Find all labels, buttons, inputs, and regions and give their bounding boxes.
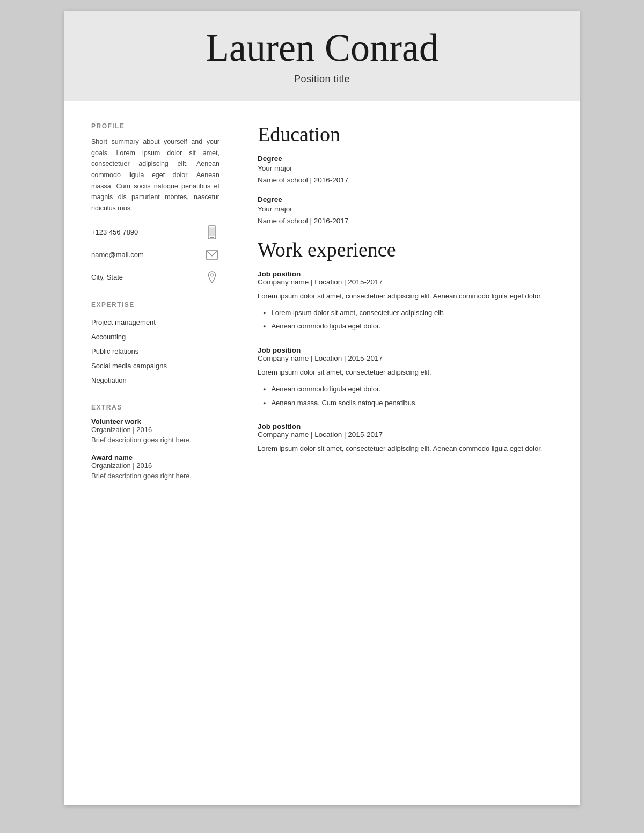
job-title: Job position <box>258 346 558 354</box>
resume-page: Lauren Conrad Position title PROFILE Sho… <box>64 11 580 805</box>
left-column: PROFILE Short summary about yourself and… <box>64 117 236 494</box>
candidate-name: Lauren Conrad <box>86 27 558 69</box>
extras-desc: Brief description goes right here. <box>91 436 219 444</box>
extras-section-title: EXTRAS <box>91 404 219 411</box>
extras-list: Volunteer work Organization | 2016 Brief… <box>91 418 219 480</box>
company-line: Company name | Location | 2015-2017 <box>258 354 558 362</box>
contact-phone: +123 456 7890 <box>91 225 219 240</box>
work-entry: Job position Company name | Location | 2… <box>258 346 558 408</box>
bullet-item: Aenean commodo ligula eget dolor. <box>263 383 558 394</box>
profile-text: Short summary about yourself and your go… <box>91 136 219 214</box>
job-title: Job position <box>258 270 558 278</box>
expertise-item: Project management <box>91 315 219 330</box>
education-entry: Degree Your major Name of school | 2016-… <box>258 155 558 186</box>
company-line: Company name | Location | 2015-2017 <box>258 430 558 439</box>
degree-title: Degree <box>258 155 558 163</box>
job-desc: Lorem ipsum dolor sit amet, consectetuer… <box>258 443 558 454</box>
bullet-item: Lorem ipsum dolor sit amet, consectetuer… <box>263 307 558 318</box>
school: Name of school | 2016-2017 <box>258 215 558 227</box>
resume-header: Lauren Conrad Position title <box>64 11 580 101</box>
degree-title: Degree <box>258 195 558 203</box>
extras-sub: Organization | 2016 <box>91 462 219 470</box>
extras-desc: Brief description goes right here. <box>91 472 219 480</box>
job-desc: Lorem ipsum dolor sit amet, consectetuer… <box>258 290 558 302</box>
education-entry: Degree Your major Name of school | 2016-… <box>258 195 558 226</box>
city-state: City, State <box>91 273 204 281</box>
school: Name of school | 2016-2017 <box>258 174 558 186</box>
bullet-list: Lorem ipsum dolor sit amet, consectetuer… <box>258 307 558 332</box>
extras-sub: Organization | 2016 <box>91 426 219 434</box>
bullet-item: Aenean commodo ligula eget dolor. <box>263 320 558 332</box>
job-desc: Lorem ipsum dolor sit amet, consectetuer… <box>258 367 558 378</box>
resume-body: PROFILE Short summary about yourself and… <box>64 101 580 510</box>
work-list: Job position Company name | Location | 2… <box>258 270 558 455</box>
expertise-item: Negotiation <box>91 373 219 388</box>
location-icon <box>204 270 219 285</box>
contact-email: name@mail.com <box>91 247 219 262</box>
expertise-list: Project managementAccountingPublic relat… <box>91 315 219 388</box>
bullet-item: Aenean massa. Cum sociis natoque penatib… <box>263 397 558 408</box>
work-entry: Job position Company name | Location | 2… <box>258 270 558 332</box>
right-column: Education Degree Your major Name of scho… <box>236 117 580 494</box>
job-title: Job position <box>258 422 558 430</box>
education-section-title: Education <box>258 122 558 146</box>
work-section-title: Work experience <box>258 238 558 261</box>
expertise-item: Public relations <box>91 344 219 359</box>
company-line: Company name | Location | 2015-2017 <box>258 278 558 286</box>
expertise-item: Accounting <box>91 330 219 344</box>
extras-title: Award name <box>91 454 219 462</box>
contact-location: City, State <box>91 270 219 285</box>
contact-list: +123 456 7890 name@mail.com <box>91 225 219 285</box>
major: Your major <box>258 163 558 174</box>
work-entry: Job position Company name | Location | 2… <box>258 422 558 454</box>
extras-entry: Volunteer work Organization | 2016 Brief… <box>91 418 219 444</box>
bullet-list: Aenean commodo ligula eget dolor.Aenean … <box>258 383 558 408</box>
education-list: Degree Your major Name of school | 2016-… <box>258 155 558 226</box>
phone-number: +123 456 7890 <box>91 228 204 236</box>
extras-entry: Award name Organization | 2016 Brief des… <box>91 454 219 480</box>
extras-title: Volunteer work <box>91 418 219 426</box>
phone-icon <box>204 225 219 240</box>
svg-rect-1 <box>210 237 214 238</box>
position-title: Position title <box>86 74 558 85</box>
work-section: Work experience Job position Company nam… <box>258 238 558 455</box>
svg-point-4 <box>211 274 214 276</box>
expertise-item: Social media campaigns <box>91 359 219 373</box>
email-icon <box>204 247 219 262</box>
email-address: name@mail.com <box>91 251 204 259</box>
major: Your major <box>258 203 558 215</box>
expertise-section-title: EXPERTISE <box>91 301 219 309</box>
profile-section-title: PROFILE <box>91 122 219 130</box>
svg-rect-2 <box>209 227 215 236</box>
